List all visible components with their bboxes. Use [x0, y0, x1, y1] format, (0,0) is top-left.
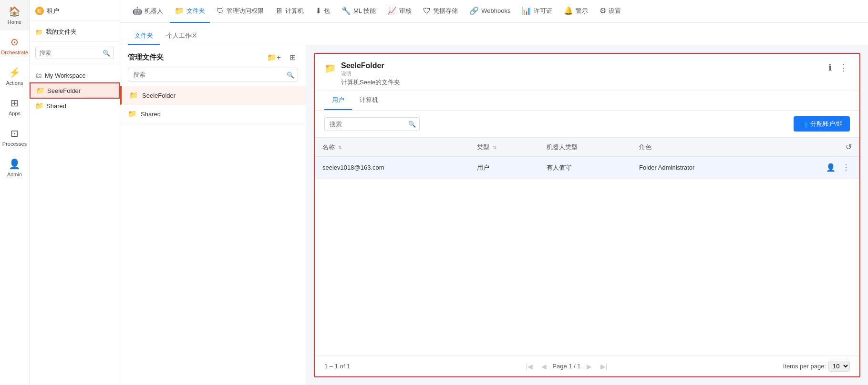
- credentials-icon: 🛡: [423, 7, 431, 15]
- folder-nav-item-shared[interactable]: 📁 Shared: [30, 99, 120, 113]
- sidebar-actions-label: Actions: [6, 80, 23, 86]
- packages-label: 包: [324, 7, 330, 15]
- top-nav-audit[interactable]: 📈 审核: [382, 0, 416, 23]
- settings-label: 设置: [609, 7, 621, 15]
- main-content: 🤖 机器人 📁 文件夹 🛡 管理访问权限 🖥 计算机 ⬇ 包 🔧 ML 技能 📈…: [120, 0, 868, 385]
- detail-info-button[interactable]: ℹ: [827, 61, 834, 74]
- folder-list-item-seele[interactable]: 📁 SeeleFolder: [120, 86, 306, 105]
- detail-header-right: ℹ ⋮: [827, 61, 850, 74]
- pagination-prev[interactable]: ◀: [538, 361, 549, 372]
- sidebar-item-actions[interactable]: ⚡ Actions: [0, 61, 29, 91]
- table-row: seelev1018@163.com 用户 有人值守 Folder Admini…: [315, 157, 859, 179]
- sidebar-item-processes[interactable]: ⊡ Processes: [0, 122, 29, 152]
- robots-label: 机器人: [145, 7, 163, 15]
- pagination-range: 1 – 1 of 1: [324, 363, 350, 370]
- row-name: seelev1018@163.com: [315, 157, 469, 179]
- fl-seele-icon: 📁: [129, 91, 138, 100]
- folder-nav-shared-icon: 📁: [35, 102, 43, 110]
- access-label: 管理访问权限: [227, 7, 264, 15]
- tab-folder[interactable]: 文件夹: [128, 28, 160, 45]
- robots-icon: 🤖: [133, 6, 142, 15]
- th-name-sort-icon[interactable]: ⇅: [338, 145, 342, 150]
- ml-icon: 🔧: [341, 6, 351, 15]
- files-icon: 📁: [175, 6, 184, 15]
- new-folder-button[interactable]: 📁+: [265, 52, 283, 63]
- th-robot-type: 机器人类型: [539, 138, 632, 157]
- sidebar-item-admin[interactable]: 👤 Admin: [0, 152, 29, 183]
- pagination-next[interactable]: ▶: [584, 361, 595, 372]
- tenant-label: 租户: [47, 7, 59, 15]
- th-type-sort-icon[interactable]: ⇅: [493, 145, 496, 150]
- top-nav-packages[interactable]: ⬇ 包: [310, 0, 335, 23]
- settings-icon: ⚙: [599, 6, 606, 15]
- top-nav-computers[interactable]: 🖥 计算机: [270, 0, 309, 23]
- computers-icon: 🖥: [275, 7, 283, 15]
- fl-shared-icon: 📁: [128, 110, 137, 118]
- sidebar-item-apps[interactable]: ⊞ Apps: [0, 91, 29, 122]
- top-nav-alerts[interactable]: 🔔 警示: [559, 0, 593, 23]
- detail-more-button[interactable]: ⋮: [837, 61, 850, 74]
- fl-seele-label: SeeleFolder: [142, 92, 176, 99]
- refresh-button[interactable]: ↺: [846, 142, 852, 152]
- folder-list-search-input[interactable]: [128, 68, 298, 81]
- assign-icon: 👥: [800, 121, 808, 128]
- top-nav-settings[interactable]: ⚙ 设置: [595, 0, 626, 23]
- sidebar-admin-label: Admin: [7, 172, 22, 177]
- pagination-controls: |◀ ◀ Page 1 / 1 ▶ ▶|: [523, 361, 610, 372]
- detail-header-left: 📁 SeeleFolder 说明 计算机Seele的文件夹: [324, 61, 400, 87]
- folder-nav-workspace-label: My Workspace: [45, 72, 86, 79]
- folder-nav-item-my-workspace[interactable]: 🗂 My Workspace: [30, 68, 120, 82]
- detail-tabs: 用户 计算机: [315, 91, 859, 111]
- detail-search-input[interactable]: [324, 117, 420, 131]
- items-per-page-select[interactable]: 10 20 50: [828, 361, 850, 372]
- top-nav-files[interactable]: 📁 文件夹: [170, 0, 210, 23]
- detail-tab-content: 🔍 👥 分配账户/组 名称 ⇅: [315, 111, 859, 376]
- sidebar-apps-label: Apps: [9, 111, 21, 116]
- my-files-icon: 📁: [35, 29, 43, 36]
- folder-list-more-button[interactable]: ⊞: [287, 52, 298, 63]
- items-per-page: Items per page: 10 20 50: [783, 361, 850, 372]
- sidebar-item-home[interactable]: 🏠 Home: [0, 0, 29, 30]
- detail-tab-computers[interactable]: 计算机: [352, 91, 386, 110]
- row-robot-type: 有人值守: [539, 157, 632, 179]
- home-icon: 🏠: [9, 6, 21, 17]
- top-nav-credentials[interactable]: 🛡 凭据存储: [418, 0, 463, 23]
- th-name: 名称 ⇅: [315, 138, 469, 157]
- folder-list-items: 📁 SeeleFolder 📁 Shared: [120, 86, 306, 385]
- top-nav-ml[interactable]: 🔧 ML 技能: [337, 0, 381, 23]
- processes-icon: ⊡: [10, 128, 19, 139]
- top-nav-access[interactable]: 🛡 管理访问权限: [212, 0, 269, 23]
- detail-tab-users[interactable]: 用户: [324, 91, 352, 110]
- alerts-label: 警示: [576, 7, 588, 15]
- folder-nav-items: 🗂 My Workspace 📁 SeeleFolder 📁 Shared: [30, 64, 120, 117]
- row-more-button[interactable]: ⋮: [840, 162, 852, 173]
- licenses-icon: 📊: [522, 6, 531, 15]
- assign-button[interactable]: 👥 分配账户/组: [794, 116, 850, 132]
- pagination-last[interactable]: ▶|: [598, 361, 610, 372]
- tab-workspace[interactable]: 个人工作区: [160, 28, 204, 45]
- ml-label: ML 技能: [353, 7, 376, 15]
- sidebar-item-orchestrate[interactable]: ⊙ Orchestrate: [0, 30, 29, 61]
- folder-nav-my-files: 📁 我的文件夹: [30, 20, 120, 42]
- top-nav-webhooks[interactable]: 🔗 Webhooks: [465, 0, 515, 23]
- th-role: 角色: [631, 138, 773, 157]
- items-per-page-label: Items per page:: [783, 363, 826, 370]
- th-type-label: 类型: [477, 143, 489, 151]
- folder-nav-item-seele[interactable]: 📁 SeeleFolder: [30, 82, 120, 99]
- webhooks-label: Webhooks: [481, 7, 510, 14]
- packages-icon: ⬇: [315, 6, 321, 15]
- detail-toolbar: 🔍 👥 分配账户/组: [315, 111, 859, 137]
- th-type: 类型 ⇅: [469, 138, 539, 157]
- folder-nav-my-files-item[interactable]: 📁 我的文件夹: [30, 24, 120, 40]
- top-nav-licenses[interactable]: 📊 许可证: [517, 0, 557, 23]
- folder-nav-search-wrapper: 🔍: [30, 42, 120, 64]
- row-role: Folder Administrator: [631, 157, 773, 179]
- tenant-icon: 租: [35, 7, 44, 15]
- detail-description: 计算机Seele的文件夹: [341, 78, 400, 87]
- sidebar-processes-label: Processes: [2, 141, 27, 147]
- pagination-first[interactable]: |◀: [523, 361, 536, 372]
- folder-list-item-shared[interactable]: 📁 Shared: [120, 105, 306, 123]
- row-user-button[interactable]: 👤: [824, 162, 837, 173]
- top-nav-robots[interactable]: 🤖 机器人: [128, 0, 168, 23]
- apps-icon: ⊞: [10, 97, 19, 109]
